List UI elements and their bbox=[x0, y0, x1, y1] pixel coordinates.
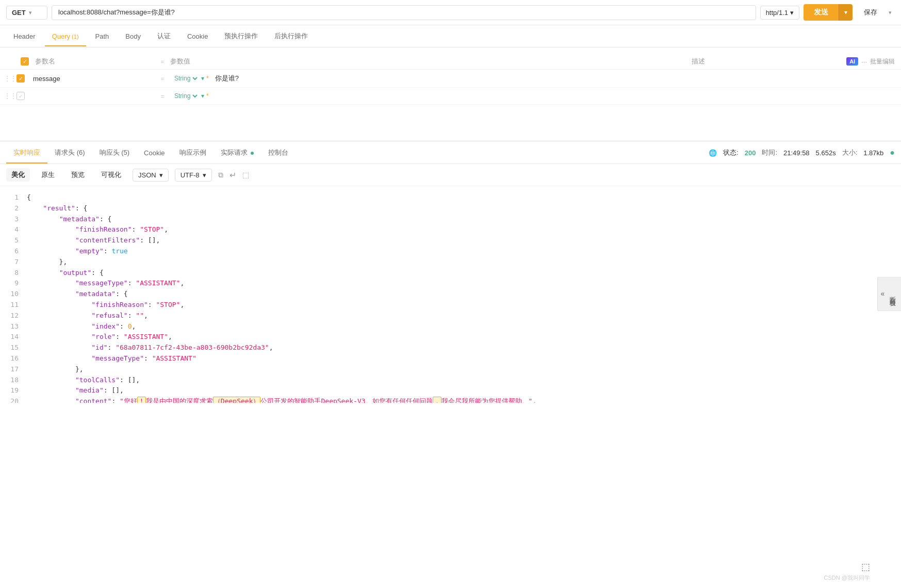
download-icon[interactable]: ● bbox=[890, 148, 895, 157]
send-dropdown-button[interactable]: ▾ bbox=[839, 4, 853, 21]
url-input[interactable] bbox=[52, 5, 756, 20]
tab-path[interactable]: Path bbox=[88, 26, 117, 46]
param-col-desc: 描述 bbox=[692, 57, 846, 66]
param-value-1: 你是谁? bbox=[211, 74, 895, 83]
tab-body[interactable]: Body bbox=[118, 26, 148, 46]
response-tab-response-headers[interactable]: 响应头 (5) bbox=[92, 142, 137, 164]
tab-query[interactable]: Query (1) bbox=[45, 26, 86, 46]
wrap-icon[interactable]: ↵ bbox=[230, 170, 236, 180]
tab-header[interactable]: Header bbox=[6, 26, 43, 46]
tab-auth[interactable]: 认证 bbox=[150, 25, 178, 47]
code-line-4: 4 "finishReason": "STOP", bbox=[0, 224, 901, 235]
response-section: 实时响应 请求头 (6) 响应头 (5) Cookie 响应示例 实际请求 控制… bbox=[0, 140, 901, 403]
code-line-18: 18 "toolCalls": [], bbox=[0, 375, 901, 386]
param-eq-1: = bbox=[155, 75, 170, 83]
method-select[interactable]: GET ▾ bbox=[6, 6, 47, 20]
param-type-select-2[interactable]: String bbox=[172, 92, 199, 100]
code-line-13: 13 "index": 0, bbox=[0, 321, 901, 332]
param-type-chevron-icon-2: ▾ bbox=[201, 92, 204, 100]
checkbox-checked-icon[interactable]: ✓ bbox=[17, 74, 25, 83]
format-btn-raw[interactable]: 原生 bbox=[36, 168, 60, 182]
response-tab-realtime[interactable]: 实时响应 bbox=[6, 142, 47, 164]
globe-icon: 🌐 bbox=[709, 149, 717, 157]
code-line-14: 14 "role": "ASSISTANT", bbox=[0, 332, 901, 342]
response-tab-actual[interactable]: 实际请求 bbox=[214, 142, 261, 164]
time-value: 21:49:58 bbox=[783, 149, 810, 157]
response-status: 🌐 状态: 200 时间: 21:49:58 5.652s 大小: 1.87kb… bbox=[709, 148, 895, 157]
code-line-12: 12 "refusal": "", bbox=[0, 311, 901, 321]
tab-post-action[interactable]: 后执行操作 bbox=[267, 25, 315, 47]
param-col-value: 参数值 bbox=[170, 57, 692, 66]
format-bar: 美化 原生 预览 可视化 JSON ▾ UTF-8 ▾ ⧉ ↵ ⬚ bbox=[0, 164, 901, 186]
response-tab-console[interactable]: 控制台 bbox=[261, 142, 296, 164]
code-line-2: 2 "result": { bbox=[0, 203, 901, 214]
url-bar: GET ▾ http/1.1 ▾ 发送 ▾ 保存 ▾ bbox=[0, 0, 901, 25]
required-star-1: * bbox=[206, 75, 209, 82]
save-button[interactable]: 保存 bbox=[857, 4, 884, 21]
tab-cookie[interactable]: Cookie bbox=[180, 26, 215, 46]
param-checkbox-2[interactable]: ✓ bbox=[17, 92, 27, 100]
drag-handle-icon[interactable]: ⋮⋮ bbox=[4, 75, 14, 82]
code-line-17: 17 }, bbox=[0, 364, 901, 375]
response-tab-bar: 实时响应 请求头 (6) 响应头 (5) Cookie 响应示例 实际请求 控制… bbox=[0, 142, 901, 164]
encoding-chevron-icon: ▾ bbox=[203, 171, 206, 179]
encoding-select[interactable]: UTF-8 ▾ bbox=[175, 169, 212, 182]
tab-pre-action[interactable]: 预执行操作 bbox=[217, 25, 265, 47]
save-button-group: 保存 ▾ bbox=[857, 4, 895, 21]
code-line-15: 15 "id": "68a07811-7cf2-43be-a803-690b2b… bbox=[0, 342, 901, 353]
drag-handle-icon-2[interactable]: ⋮⋮ bbox=[4, 92, 14, 100]
code-line-10: 10 "metadata": { bbox=[0, 289, 901, 300]
param-type-2: String ▾ * bbox=[172, 92, 209, 100]
param-type-select-1[interactable]: String bbox=[172, 74, 199, 83]
param-type-1: String ▾ * bbox=[172, 74, 209, 83]
collapse-arrow-icon: « bbox=[881, 287, 885, 300]
code-line-6: 6 "empty": true bbox=[0, 246, 901, 257]
required-star-2: * bbox=[206, 92, 209, 100]
param-col-name: ✓ 参数名 bbox=[21, 57, 155, 66]
code-view: 1 { 2 "result": { 3 "metadata": { 4 "fin… bbox=[0, 186, 901, 403]
protocol-chevron-icon: ▾ bbox=[790, 9, 794, 17]
time-label: 时间: bbox=[762, 148, 777, 157]
format-btn-visual[interactable]: 可视化 bbox=[96, 168, 126, 182]
right-collapse-panel[interactable]: « 断言与校验 bbox=[877, 276, 901, 311]
method-chevron-icon: ▾ bbox=[29, 10, 31, 15]
checkbox-header-icon[interactable]: ✓ bbox=[21, 57, 29, 66]
response-tab-example[interactable]: 响应示例 bbox=[172, 142, 214, 164]
size-label: 大小: bbox=[842, 148, 858, 157]
send-button-group: 发送 ▾ bbox=[804, 4, 853, 21]
more-button[interactable]: ··· bbox=[861, 58, 867, 66]
response-tab-cookie[interactable]: Cookie bbox=[137, 143, 172, 163]
param-col-actions: AI ··· 批量编辑 bbox=[846, 57, 895, 66]
format-btn-preview[interactable]: 预览 bbox=[66, 168, 90, 182]
code-line-8: 8 "output": { bbox=[0, 268, 901, 279]
send-button[interactable]: 发送 bbox=[804, 4, 839, 21]
status-code: 200 bbox=[745, 149, 756, 157]
batch-edit-button[interactable]: 批量编辑 bbox=[870, 57, 895, 66]
param-row: ⋮⋮ ✓ message = String ▾ * 你是谁? bbox=[0, 70, 901, 88]
download-format-icon[interactable]: ⬚ bbox=[242, 171, 249, 179]
param-name-1: message bbox=[29, 75, 153, 83]
code-line-3: 3 "metadata": { bbox=[0, 214, 901, 225]
param-row-2: ⋮⋮ ✓ = String ▾ * bbox=[0, 88, 901, 105]
param-eq-2: = bbox=[155, 92, 170, 100]
response-tab-request-headers[interactable]: 请求头 (6) bbox=[47, 142, 92, 164]
format-type-select[interactable]: JSON ▾ bbox=[133, 169, 169, 182]
code-line-11: 11 "finishReason": "STOP", bbox=[0, 300, 901, 311]
duration-value: 5.652s bbox=[816, 149, 836, 157]
code-line-1: 1 { bbox=[0, 192, 901, 203]
code-line-19: 19 "media": [], bbox=[0, 385, 901, 396]
checkbox-unchecked-icon[interactable]: ✓ bbox=[17, 92, 25, 100]
protocol-label: http/1.1 bbox=[766, 9, 788, 17]
param-checkbox-1[interactable]: ✓ bbox=[17, 74, 27, 83]
size-value: 1.87kb bbox=[863, 149, 883, 157]
format-chevron-icon: ▾ bbox=[159, 171, 163, 179]
copy-icon[interactable]: ⧉ bbox=[218, 171, 223, 179]
params-header: ✓ 参数名 = 参数值 描述 AI ··· 批量编辑 bbox=[0, 54, 901, 70]
param-col-eq: = bbox=[155, 58, 170, 66]
save-dropdown-button[interactable]: ▾ bbox=[886, 6, 895, 20]
actual-request-dot bbox=[251, 152, 254, 155]
right-panel-label: 断言与校验 bbox=[887, 291, 898, 297]
request-tab-bar: Header Query (1) Path Body 认证 Cookie 预执行… bbox=[0, 25, 901, 47]
protocol-select[interactable]: http/1.1 ▾ bbox=[760, 6, 799, 20]
format-btn-beautify[interactable]: 美化 bbox=[6, 168, 30, 182]
